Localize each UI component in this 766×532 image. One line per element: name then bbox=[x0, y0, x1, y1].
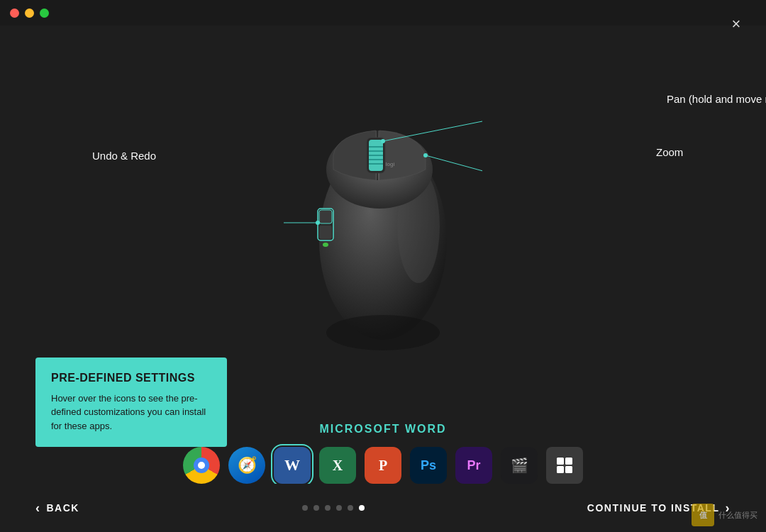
svg-rect-24 bbox=[565, 458, 572, 465]
back-label: BACK bbox=[47, 502, 79, 514]
svg-point-20 bbox=[423, 153, 428, 157]
watermark-text: 什么值得买 bbox=[718, 510, 757, 521]
svg-point-16 bbox=[326, 315, 440, 350]
mouse-container: logi bbox=[284, 99, 482, 357]
svg-point-18 bbox=[381, 139, 385, 143]
maximize-traffic-light[interactable] bbox=[40, 9, 49, 18]
dot-3 bbox=[325, 505, 331, 511]
svg-point-22 bbox=[316, 221, 320, 225]
pan-label: Pan (hold and move mouse) bbox=[667, 93, 766, 105]
titlebar bbox=[0, 0, 766, 26]
mouse-illustration-area: logi Pan (hold and bbox=[0, 26, 766, 409]
info-box-text: Hover over the icons to see the pre-defi… bbox=[51, 392, 211, 433]
app-icon-finalcut[interactable]: 🎬 bbox=[501, 447, 538, 484]
dot-4 bbox=[336, 505, 342, 511]
app-icon-word[interactable]: W bbox=[274, 447, 311, 484]
back-button[interactable]: ‹ BACK bbox=[35, 501, 79, 516]
app-icon-safari[interactable]: 🧭 bbox=[228, 447, 265, 484]
svg-rect-26 bbox=[565, 466, 572, 473]
app-icon-grid[interactable] bbox=[546, 447, 583, 484]
svg-rect-25 bbox=[557, 466, 564, 473]
undo-redo-label: Undo & Redo bbox=[92, 150, 156, 162]
svg-line-19 bbox=[426, 155, 482, 177]
app-icon-premiere[interactable]: Pr bbox=[455, 447, 492, 484]
svg-rect-12 bbox=[319, 210, 332, 223]
dot-1 bbox=[302, 505, 308, 511]
info-box-title: PRE-DEFINED SETTINGS bbox=[51, 372, 211, 384]
watermark-icon: 值 bbox=[692, 504, 714, 526]
close-traffic-light[interactable] bbox=[10, 9, 19, 18]
pagination-dots bbox=[302, 505, 365, 511]
minimize-traffic-light[interactable] bbox=[25, 9, 34, 18]
footer: ‹ BACK CONTINUE TO INSTALL › bbox=[0, 484, 766, 532]
svg-line-17 bbox=[383, 120, 482, 141]
app-icon-photoshop[interactable]: Ps bbox=[410, 447, 447, 484]
svg-rect-23 bbox=[557, 458, 564, 465]
app-icon-chrome[interactable] bbox=[183, 447, 220, 484]
close-button[interactable]: × bbox=[725, 13, 748, 35]
zoom-label: Zoom bbox=[656, 146, 683, 158]
svg-rect-13 bbox=[319, 226, 332, 239]
svg-text:logi: logi bbox=[386, 161, 395, 167]
dot-5 bbox=[348, 505, 353, 511]
dot-6 bbox=[359, 505, 365, 511]
app-icon-excel[interactable]: X bbox=[319, 447, 356, 484]
mouse-svg: logi bbox=[284, 99, 482, 354]
info-box: PRE-DEFINED SETTINGS Hover over the icon… bbox=[35, 358, 227, 448]
app-icon-powerpoint[interactable]: P bbox=[365, 447, 401, 484]
dot-2 bbox=[313, 505, 319, 511]
close-icon: × bbox=[732, 15, 741, 33]
svg-point-14 bbox=[323, 243, 328, 247]
grid-icon-svg bbox=[555, 456, 574, 475]
watermark: 值 什么值得买 bbox=[692, 504, 757, 526]
main-content: logi Pan (hold and bbox=[0, 26, 766, 532]
back-arrow-icon: ‹ bbox=[35, 501, 41, 516]
apps-row: 🧭 W X P Ps Pr 🎬 bbox=[35, 447, 731, 484]
